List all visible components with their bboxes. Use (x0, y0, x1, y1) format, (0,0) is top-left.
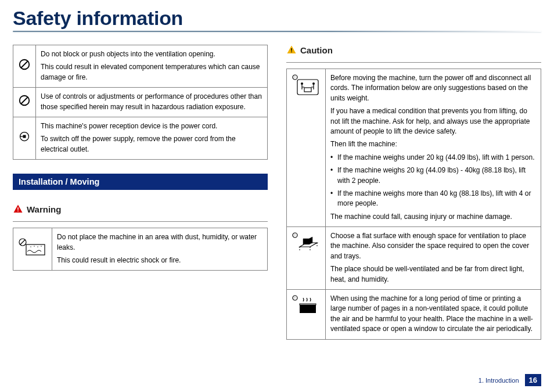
svg-point-13 (34, 246, 34, 246)
info-text: If you have a medical condition that pre… (330, 106, 536, 136)
svg-rect-5 (23, 135, 26, 138)
svg-rect-20 (297, 80, 318, 95)
svg-rect-16 (291, 48, 292, 51)
table-row: ! Before moving the machine, turn the po… (287, 69, 541, 227)
svg-point-15 (41, 246, 41, 246)
table-row: ! When using the machine for a long peri… (287, 290, 541, 340)
info-text: Do not place the machine in an area with… (57, 232, 262, 253)
info-text: This machine's power reception device is… (41, 121, 262, 131)
info-text: If the machine weighs more than 40 kg (8… (337, 189, 536, 209)
table-row: Use of controls or adjustments or perfor… (13, 88, 268, 117)
title-rule (13, 31, 541, 32)
info-text: The machine could fall, causing injury o… (330, 212, 536, 222)
plug-circle-icon (13, 117, 36, 159)
svg-text:!: ! (294, 296, 295, 300)
svg-text:!: ! (294, 233, 295, 237)
list-item: •If the machine weighs more than 40 kg (… (330, 189, 536, 209)
footer-chapter: 1. Introduction (479, 377, 519, 384)
page-number: 16 (525, 374, 541, 386)
svg-line-3 (21, 98, 28, 104)
table-row: Do not block or push objects into the ve… (13, 45, 268, 88)
info-text: Use of controls or adjustments or perfor… (41, 92, 262, 112)
table-row: Do not place the machine in an area with… (13, 228, 268, 271)
page-title: Safety information (13, 7, 541, 30)
list-item: •If the machine weighs under 20 kg (44.0… (330, 153, 536, 163)
warning-label: Warning (27, 204, 61, 214)
svg-rect-8 (17, 211, 19, 212)
info-text: Before moving the machine, turn the powe… (330, 73, 536, 103)
info-text: To switch off the power supply, remove t… (41, 134, 262, 154)
svg-rect-7 (17, 207, 19, 210)
info-cell: Use of controls or adjustments or perfor… (36, 88, 268, 117)
divider (13, 221, 268, 222)
info-text: When using the machine for a long period… (330, 294, 536, 335)
info-text: The place should be well-ventilated and … (330, 264, 536, 285)
warning-callout: Warning (13, 204, 268, 214)
page-footer: 1. Introduction 16 (479, 374, 541, 386)
info-text: Choose a flat surface with enough space … (330, 231, 536, 261)
info-text: If the machine weighs 20 kg (44.09 lbs) … (337, 166, 536, 186)
svg-rect-17 (291, 52, 292, 53)
left-column: Do not block or push objects into the ve… (13, 45, 268, 354)
caution-table: ! Before moving the machine, turn the po… (286, 69, 541, 340)
info-text: Then lift the machine: (330, 139, 536, 149)
divider (286, 62, 541, 63)
ventilation-icon: ! (287, 290, 326, 340)
info-cell: When using the machine for a long period… (326, 290, 541, 340)
top-info-table: Do not block or push objects into the ve… (13, 45, 268, 160)
caution-triangle-icon (286, 45, 297, 55)
prohibit-icon (13, 88, 36, 117)
svg-rect-11 (26, 244, 45, 255)
svg-point-12 (30, 246, 31, 247)
table-row: This machine's power reception device is… (13, 117, 268, 159)
info-text: This could result in elevated component … (41, 62, 262, 82)
warning-triangle-icon (13, 204, 23, 214)
section-heading-installation: Installation / Moving (13, 174, 268, 190)
svg-point-21 (301, 82, 303, 85)
svg-point-22 (312, 82, 315, 85)
info-cell: Do not place the machine in an area with… (52, 228, 268, 271)
info-text: Do not block or push objects into the ve… (41, 49, 262, 59)
caution-label: Caution (300, 45, 333, 55)
svg-point-14 (37, 246, 38, 247)
info-cell: This machine's power reception device is… (36, 117, 268, 159)
svg-rect-29 (300, 304, 316, 305)
info-cell: Do not block or push objects into the ve… (36, 45, 268, 88)
info-text: If the machine weighs under 20 kg (44.09… (337, 153, 535, 163)
svg-line-10 (20, 240, 25, 244)
warning-table: Do not place the machine in an area with… (13, 228, 268, 271)
svg-line-1 (21, 62, 28, 68)
prohibit-icon (13, 45, 36, 88)
list-item: •If the machine weighs 20 kg (44.09 lbs)… (330, 166, 536, 186)
svg-text:!: ! (294, 75, 295, 79)
info-text: This could result in electric shock or f… (57, 256, 262, 265)
table-row: ! Choose a flat surface with enough spac… (287, 227, 541, 290)
caution-callout: Caution (286, 45, 541, 55)
flat-surface-icon: ! (287, 227, 326, 290)
no-water-icon (13, 228, 52, 271)
two-person-lift-icon: ! (287, 69, 326, 227)
info-cell: Choose a flat surface with enough space … (326, 227, 541, 290)
info-cell: Before moving the machine, turn the powe… (326, 69, 541, 227)
svg-rect-28 (300, 305, 316, 313)
svg-rect-23 (304, 88, 311, 92)
right-column: Caution ! Before moving (286, 45, 541, 354)
